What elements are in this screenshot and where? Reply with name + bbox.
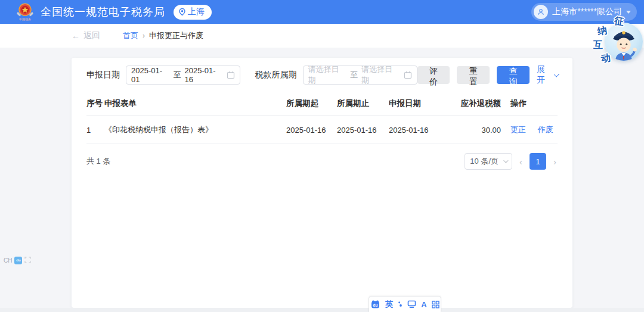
declare-date-start-value[interactable]: 2025-01-01 xyxy=(131,66,169,84)
cell-amount: 30.00 xyxy=(454,116,501,144)
widget-char-1: 征 xyxy=(614,15,625,29)
calendar-icon xyxy=(404,71,412,79)
table-header-row: 序号 申报表单 所属期起 所属期止 申报日期 应补退税额 操作 xyxy=(86,92,558,116)
ime-language-toggle[interactable]: 英 xyxy=(385,299,393,310)
evaluate-button[interactable]: 评价 xyxy=(417,66,450,84)
col-index: 序号 xyxy=(86,92,104,116)
svg-text:du: du xyxy=(373,303,378,307)
widget-char-4: 动 xyxy=(600,52,611,65)
invalidate-action-link[interactable]: 作废 xyxy=(538,125,553,134)
tax-interaction-widget[interactable]: 征 纳 互 动 xyxy=(588,17,644,68)
expand-filters-link[interactable]: 展开 xyxy=(537,64,558,86)
filter-row: 申报日期 2025-01-01 至 2025-01-16 税款所属期 请选择日期… xyxy=(86,65,558,85)
col-actions: 操作 xyxy=(501,92,558,116)
location-label: 上海 xyxy=(188,7,205,17)
col-period-end: 所属期止 xyxy=(337,92,389,116)
page-size-select[interactable]: 10 条/页 xyxy=(465,153,512,170)
location-pin-icon xyxy=(178,8,186,16)
col-declare-date: 申报日期 xyxy=(389,92,454,116)
cell-form-name: 《印花税纳税申报（报告）表》 xyxy=(104,116,286,144)
location-selector[interactable]: 上海 xyxy=(174,5,212,20)
range-separator: 至 xyxy=(350,70,358,80)
tax-officer-mascot-icon xyxy=(605,23,643,61)
col-period-start: 所属期起 xyxy=(286,92,337,116)
search-button[interactable]: 查询 xyxy=(497,66,530,84)
widget-char-3: 互 xyxy=(593,39,603,52)
declare-date-range-input[interactable]: 2025-01-01 至 2025-01-16 xyxy=(126,65,240,85)
ime-letter-mode-icon[interactable]: A xyxy=(421,300,426,309)
tax-period-end-placeholder[interactable]: 请选择日期 xyxy=(361,64,400,86)
tax-period-start-placeholder[interactable]: 请选择日期 xyxy=(308,64,346,86)
reset-button[interactable]: 重置 xyxy=(457,66,490,84)
page-size-value: 10 条/页 xyxy=(470,156,499,167)
chevron-down-icon xyxy=(626,11,631,14)
mascot-avatar xyxy=(605,23,643,61)
total-count: 共 1 条 xyxy=(86,156,110,167)
tax-period-range-input[interactable]: 请选择日期 至 请选择日期 xyxy=(303,65,417,85)
bottom-edge-strip xyxy=(0,308,644,312)
ime-mini-brand-badge[interactable]: du xyxy=(14,257,22,264)
cell-index: 1 xyxy=(86,116,104,144)
breadcrumb-bar: ← 返回 首页 › 申报更正与作废 xyxy=(0,24,644,48)
next-page-button[interactable]: › xyxy=(552,157,558,167)
site-title: 全国统一规范电子税务局 xyxy=(41,5,165,19)
declare-date-end-value[interactable]: 2025-01-16 xyxy=(184,66,222,84)
main-content-card: 申报日期 2025-01-01 至 2025-01-16 税款所属期 请选择日期… xyxy=(72,58,572,308)
breadcrumb-home-link[interactable]: 首页 xyxy=(123,30,138,41)
back-button[interactable]: ← 返回 xyxy=(72,30,100,41)
avatar xyxy=(534,5,548,19)
user-name: 上海市******限公司 xyxy=(552,7,622,17)
widget-char-2: 纳 xyxy=(596,24,608,38)
tax-period-label: 税款所属期 xyxy=(255,70,297,80)
national-emblem-icon xyxy=(16,3,35,18)
ime-brand-icon[interactable]: du xyxy=(370,299,380,309)
back-arrow-icon: ← xyxy=(72,31,80,40)
cell-period-start: 2025-01-16 xyxy=(286,116,337,144)
emblem-caption: 中国税务 xyxy=(19,18,31,21)
ime-lang-label: CH xyxy=(4,257,12,264)
cell-declare-date: 2025-01-16 xyxy=(389,116,454,144)
breadcrumb-current-page: 申报更正与作废 xyxy=(149,30,203,41)
range-separator: 至 xyxy=(173,70,181,80)
chevron-down-icon xyxy=(554,71,559,77)
prev-page-button[interactable]: ‹ xyxy=(518,157,524,167)
ime-status-indicator[interactable]: CH du xyxy=(4,255,31,266)
page-number-1[interactable]: 1 xyxy=(530,153,546,170)
ime-keyboard-panel-icon[interactable] xyxy=(407,300,416,308)
chevron-down-icon xyxy=(503,158,508,163)
top-header: 中国税务 全国统一规范电子税务局 上海 上海市******限公司 xyxy=(0,0,644,24)
correct-action-link[interactable]: 更正 xyxy=(510,125,526,134)
declare-date-label: 申报日期 xyxy=(86,70,120,80)
calendar-icon xyxy=(227,71,235,79)
cell-period-end: 2025-01-16 xyxy=(337,116,389,144)
pagination-bar: 共 1 条 10 条/页 ‹ 1 › xyxy=(86,153,558,170)
ime-voice-icon[interactable] xyxy=(398,300,402,308)
declaration-table: 序号 申报表单 所属期起 所属期止 申报日期 应补退税额 操作 1 《印花税纳税… xyxy=(86,92,558,144)
col-form: 申报表单 xyxy=(104,92,286,116)
ime-grid-menu-icon[interactable] xyxy=(432,301,439,308)
breadcrumb-separator: › xyxy=(143,32,145,40)
filter-buttons: 评价 重置 查询 展开 xyxy=(417,64,558,86)
ime-toolbar[interactable]: du 英 A xyxy=(369,296,441,312)
table-row: 1 《印花税纳税申报（报告）表》 2025-01-16 2025-01-16 2… xyxy=(86,116,558,144)
expand-label: 展开 xyxy=(537,64,551,86)
user-icon xyxy=(537,8,545,16)
col-amount: 应补退税额 xyxy=(454,92,501,116)
back-label: 返回 xyxy=(83,30,100,41)
tax-emblem-logo: 中国税务 xyxy=(16,3,35,21)
ime-expand-icon[interactable] xyxy=(24,255,31,266)
